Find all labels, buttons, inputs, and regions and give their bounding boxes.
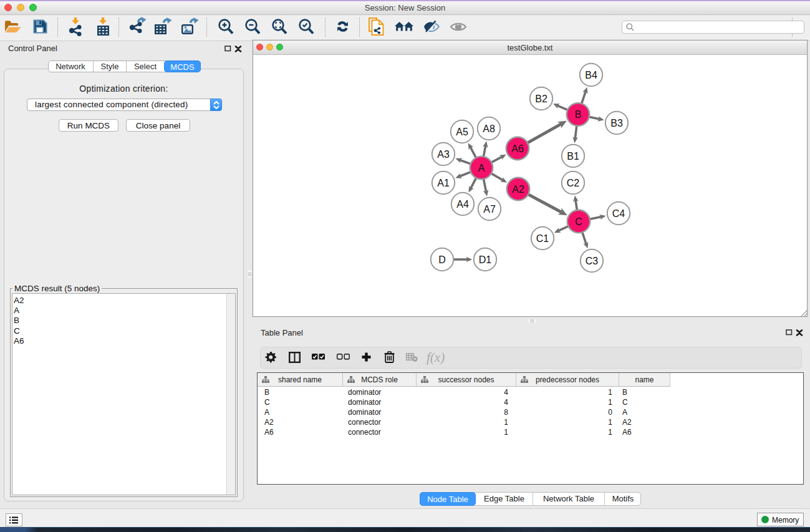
svg-text:A8: A8: [483, 123, 495, 134]
svg-text:A7: A7: [483, 204, 496, 215]
svg-text:C: C: [575, 216, 582, 227]
svg-text:A2: A2: [512, 184, 524, 195]
svg-text:A1: A1: [437, 178, 450, 188]
svg-text:C1: C1: [536, 233, 549, 244]
svg-text:C2: C2: [567, 178, 580, 188]
svg-text:C3: C3: [586, 256, 599, 266]
svg-text:D1: D1: [479, 254, 492, 265]
svg-text:A5: A5: [456, 127, 468, 137]
svg-text:A: A: [478, 163, 485, 173]
svg-text:B4: B4: [585, 70, 597, 80]
svg-text:A3: A3: [437, 149, 450, 160]
svg-text:B: B: [575, 109, 582, 120]
svg-text:A4: A4: [456, 199, 469, 210]
svg-text:B2: B2: [535, 94, 547, 104]
svg-text:B3: B3: [610, 118, 623, 128]
svg-text:C4: C4: [612, 208, 625, 219]
svg-text:B1: B1: [567, 151, 579, 162]
svg-text:A6: A6: [511, 143, 524, 154]
svg-text:D: D: [438, 254, 446, 265]
